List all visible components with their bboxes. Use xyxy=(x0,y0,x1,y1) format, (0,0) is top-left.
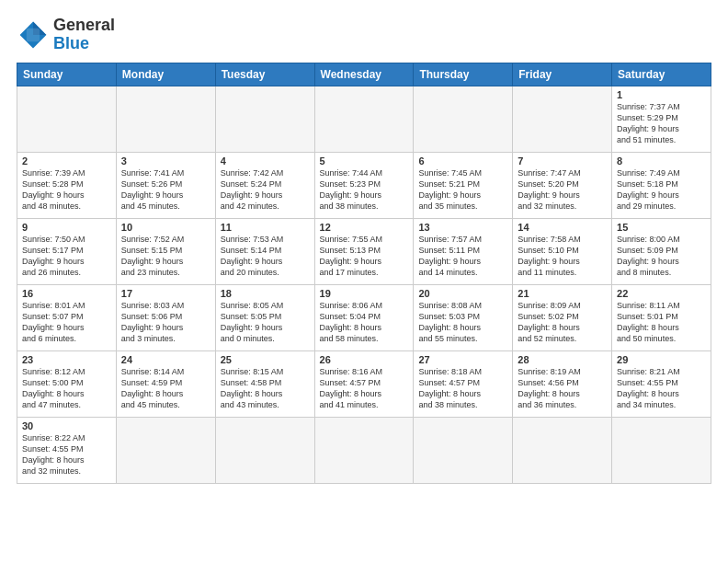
day-info: Sunrise: 7:45 AM Sunset: 5:21 PM Dayligh… xyxy=(418,167,507,213)
calendar-cell-5-4: 26Sunrise: 8:16 AM Sunset: 4:57 PM Dayli… xyxy=(314,350,414,417)
day-info: Sunrise: 8:21 AM Sunset: 4:55 PM Dayligh… xyxy=(617,366,706,411)
calendar-header-monday: Monday xyxy=(116,63,215,86)
calendar-cell-6-3 xyxy=(215,417,314,483)
calendar-cell-3-5: 13Sunrise: 7:57 AM Sunset: 5:11 PM Dayli… xyxy=(414,218,513,284)
calendar-cell-1-7: 1Sunrise: 7:37 AM Sunset: 5:29 PM Daylig… xyxy=(612,86,711,152)
calendar-cell-2-6: 7Sunrise: 7:47 AM Sunset: 5:20 PM Daylig… xyxy=(513,152,612,218)
day-info: Sunrise: 7:57 AM Sunset: 5:11 PM Dayligh… xyxy=(418,234,507,279)
svg-rect-2 xyxy=(27,29,40,41)
calendar-week-6: 30Sunrise: 8:22 AM Sunset: 4:55 PM Dayli… xyxy=(17,417,711,483)
calendar-header-wednesday: Wednesday xyxy=(314,63,414,86)
calendar-cell-2-5: 6Sunrise: 7:45 AM Sunset: 5:21 PM Daylig… xyxy=(414,152,513,218)
calendar-cell-4-6: 21Sunrise: 8:09 AM Sunset: 5:02 PM Dayli… xyxy=(513,284,612,350)
calendar-cell-1-1 xyxy=(17,86,117,152)
day-number: 25 xyxy=(221,354,310,365)
calendar-cell-3-6: 14Sunrise: 7:58 AM Sunset: 5:10 PM Dayli… xyxy=(513,218,612,284)
calendar-week-3: 9Sunrise: 7:50 AM Sunset: 5:17 PM Daylig… xyxy=(17,218,711,284)
calendar-cell-2-7: 8Sunrise: 7:49 AM Sunset: 5:18 PM Daylig… xyxy=(612,152,711,218)
day-number: 20 xyxy=(418,288,507,299)
day-info: Sunrise: 8:19 AM Sunset: 4:56 PM Dayligh… xyxy=(518,366,607,411)
calendar-cell-2-2: 3Sunrise: 7:41 AM Sunset: 5:26 PM Daylig… xyxy=(116,152,215,218)
day-info: Sunrise: 8:16 AM Sunset: 4:57 PM Dayligh… xyxy=(320,366,409,411)
calendar-header-sunday: Sunday xyxy=(17,63,117,86)
day-number: 9 xyxy=(22,222,111,233)
day-number: 13 xyxy=(418,222,507,233)
day-number: 8 xyxy=(617,155,706,167)
day-info: Sunrise: 8:01 AM Sunset: 5:07 PM Dayligh… xyxy=(22,300,111,345)
day-number: 6 xyxy=(418,155,507,167)
day-info: Sunrise: 7:39 AM Sunset: 5:28 PM Dayligh… xyxy=(22,167,111,213)
day-info: Sunrise: 8:09 AM Sunset: 5:02 PM Dayligh… xyxy=(518,300,607,345)
calendar-cell-1-3 xyxy=(215,86,314,152)
day-number: 19 xyxy=(320,288,409,299)
calendar-cell-1-4 xyxy=(314,86,414,152)
day-number: 28 xyxy=(518,354,607,365)
calendar-cell-6-5 xyxy=(414,417,513,483)
calendar-cell-5-6: 28Sunrise: 8:19 AM Sunset: 4:56 PM Dayli… xyxy=(513,350,612,417)
calendar-cell-4-3: 18Sunrise: 8:05 AM Sunset: 5:05 PM Dayli… xyxy=(215,284,314,350)
calendar-cell-5-5: 27Sunrise: 8:18 AM Sunset: 4:57 PM Dayli… xyxy=(414,350,513,417)
calendar-cell-5-3: 25Sunrise: 8:15 AM Sunset: 4:58 PM Dayli… xyxy=(215,350,314,417)
calendar-cell-6-2 xyxy=(116,417,215,483)
calendar-cell-1-5 xyxy=(414,86,513,152)
calendar-cell-5-2: 24Sunrise: 8:14 AM Sunset: 4:59 PM Dayli… xyxy=(116,350,215,417)
day-info: Sunrise: 8:03 AM Sunset: 5:06 PM Dayligh… xyxy=(121,300,210,345)
calendar-cell-2-3: 4Sunrise: 7:42 AM Sunset: 5:24 PM Daylig… xyxy=(215,152,314,218)
logo-text-blue: Blue xyxy=(53,35,115,53)
calendar-cell-5-1: 23Sunrise: 8:12 AM Sunset: 5:00 PM Dayli… xyxy=(17,350,117,417)
calendar-cell-2-4: 5Sunrise: 7:44 AM Sunset: 5:23 PM Daylig… xyxy=(314,152,414,218)
day-number: 24 xyxy=(121,354,210,365)
calendar-cell-1-2 xyxy=(116,86,215,152)
calendar-table: SundayMondayTuesdayWednesdayThursdayFrid… xyxy=(17,63,711,484)
calendar-cell-2-1: 2Sunrise: 7:39 AM Sunset: 5:28 PM Daylig… xyxy=(17,152,117,218)
day-number: 22 xyxy=(617,288,706,299)
day-number: 1 xyxy=(617,89,706,100)
calendar-week-5: 23Sunrise: 8:12 AM Sunset: 5:00 PM Dayli… xyxy=(17,350,711,417)
day-info: Sunrise: 7:50 AM Sunset: 5:17 PM Dayligh… xyxy=(22,234,111,279)
day-number: 21 xyxy=(518,288,607,299)
calendar-cell-4-4: 19Sunrise: 8:06 AM Sunset: 5:04 PM Dayli… xyxy=(314,284,414,350)
calendar-header-row: SundayMondayTuesdayWednesdayThursdayFrid… xyxy=(17,63,711,86)
day-info: Sunrise: 8:14 AM Sunset: 4:59 PM Dayligh… xyxy=(121,366,210,411)
calendar-header-thursday: Thursday xyxy=(414,63,513,86)
day-info: Sunrise: 7:42 AM Sunset: 5:24 PM Dayligh… xyxy=(221,167,310,213)
day-info: Sunrise: 7:52 AM Sunset: 5:15 PM Dayligh… xyxy=(121,234,210,279)
day-number: 14 xyxy=(518,222,607,233)
day-info: Sunrise: 8:18 AM Sunset: 4:57 PM Dayligh… xyxy=(418,366,507,411)
day-number: 12 xyxy=(320,222,409,233)
logo-icon xyxy=(17,18,50,52)
calendar-week-4: 16Sunrise: 8:01 AM Sunset: 5:07 PM Dayli… xyxy=(17,284,711,350)
day-info: Sunrise: 8:06 AM Sunset: 5:04 PM Dayligh… xyxy=(320,300,409,345)
day-info: Sunrise: 7:47 AM Sunset: 5:20 PM Dayligh… xyxy=(518,167,607,213)
calendar-cell-6-6 xyxy=(513,417,612,483)
day-info: Sunrise: 8:22 AM Sunset: 4:55 PM Dayligh… xyxy=(22,432,111,477)
logo-text-general: General xyxy=(53,17,115,35)
day-number: 2 xyxy=(22,155,111,167)
calendar-cell-6-7 xyxy=(612,417,711,483)
day-number: 4 xyxy=(221,155,310,167)
page: General Blue SundayMondayTuesdayWednesda… xyxy=(0,0,728,563)
day-number: 30 xyxy=(22,420,111,431)
day-number: 23 xyxy=(22,354,111,365)
calendar-cell-4-7: 22Sunrise: 8:11 AM Sunset: 5:01 PM Dayli… xyxy=(612,284,711,350)
calendar-cell-3-7: 15Sunrise: 8:00 AM Sunset: 5:09 PM Dayli… xyxy=(612,218,711,284)
day-number: 7 xyxy=(518,155,607,167)
day-info: Sunrise: 7:44 AM Sunset: 5:23 PM Dayligh… xyxy=(320,167,409,213)
calendar-header-tuesday: Tuesday xyxy=(215,63,314,86)
day-number: 16 xyxy=(22,288,111,299)
calendar-cell-3-1: 9Sunrise: 7:50 AM Sunset: 5:17 PM Daylig… xyxy=(17,218,117,284)
calendar-cell-4-5: 20Sunrise: 8:08 AM Sunset: 5:03 PM Dayli… xyxy=(414,284,513,350)
calendar-cell-3-3: 11Sunrise: 7:53 AM Sunset: 5:14 PM Dayli… xyxy=(215,218,314,284)
day-number: 18 xyxy=(221,288,310,299)
calendar-cell-6-1: 30Sunrise: 8:22 AM Sunset: 4:55 PM Dayli… xyxy=(17,417,117,483)
day-info: Sunrise: 8:11 AM Sunset: 5:01 PM Dayligh… xyxy=(617,300,706,345)
logo: General Blue xyxy=(17,17,115,53)
day-info: Sunrise: 7:55 AM Sunset: 5:13 PM Dayligh… xyxy=(320,234,409,279)
calendar-header-saturday: Saturday xyxy=(612,63,711,86)
day-info: Sunrise: 8:05 AM Sunset: 5:05 PM Dayligh… xyxy=(221,300,310,345)
day-number: 26 xyxy=(320,354,409,365)
day-number: 29 xyxy=(617,354,706,365)
calendar-cell-4-2: 17Sunrise: 8:03 AM Sunset: 5:06 PM Dayli… xyxy=(116,284,215,350)
day-info: Sunrise: 7:58 AM Sunset: 5:10 PM Dayligh… xyxy=(518,234,607,279)
day-info: Sunrise: 7:53 AM Sunset: 5:14 PM Dayligh… xyxy=(221,234,310,279)
